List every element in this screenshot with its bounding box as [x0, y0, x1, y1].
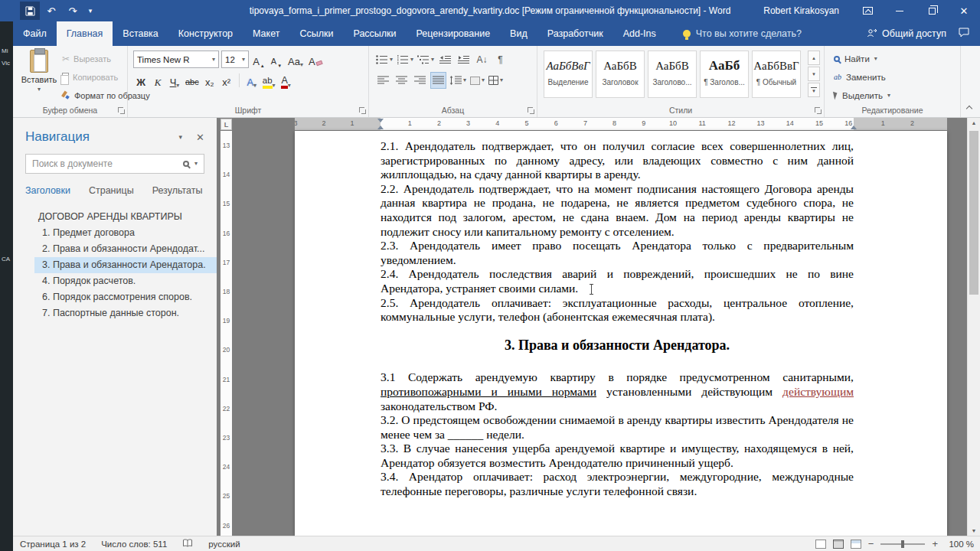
styles-more-icon[interactable]: ▼ — [808, 83, 820, 97]
nav-item[interactable]: 7. Паспортные данные сторон. — [34, 305, 217, 321]
subscript-button[interactable]: x₂ — [202, 72, 217, 89]
align-right-button[interactable] — [412, 72, 428, 89]
status-language[interactable]: русский — [208, 540, 240, 549]
zoom-out-icon[interactable]: − — [868, 538, 874, 549]
select-button[interactable]: Выделить ▾ — [825, 86, 890, 104]
document-paragraph[interactable]: 2.1. Арендодатель подтверждает, что он п… — [381, 139, 854, 182]
nav-search-input[interactable] — [32, 158, 178, 169]
scroll-up-icon[interactable]: ▲ — [968, 120, 980, 126]
nav-search-icon[interactable] — [183, 161, 189, 167]
right-indent-marker[interactable] — [851, 122, 857, 129]
customize-quick-access-icon[interactable]: ▾ — [84, 2, 96, 20]
close-icon[interactable]: ✕ — [948, 0, 980, 21]
tab-Add-Ins[interactable]: Add-Ins — [613, 21, 666, 46]
nav-search-box[interactable]: ▾ — [25, 154, 204, 174]
scroll-down-icon[interactable]: ▼ — [968, 528, 980, 533]
align-center-button[interactable] — [394, 72, 410, 89]
tell-me-box[interactable]: Что вы хотите сделать? — [683, 21, 802, 46]
nav-item[interactable]: 3. Права и обязанности Арендатора. — [34, 257, 217, 273]
left-indent-marker[interactable] — [377, 122, 384, 129]
nav-options-icon[interactable]: ▾ — [179, 133, 183, 141]
redo-icon[interactable]: ↷ — [63, 2, 83, 20]
tab-Рассылки[interactable]: Рассылки — [343, 21, 406, 46]
tab-Главная[interactable]: Главная — [57, 21, 113, 46]
document-paragraph[interactable]: 3.2. О предстоящем освобождении снимаемо… — [381, 413, 854, 442]
find-button[interactable]: Найти ▾ — [825, 50, 890, 67]
zoom-in-icon[interactable]: + — [932, 538, 938, 549]
document-paragraph[interactable]: 3.3. В случае нанесения ущерба арендуемо… — [381, 442, 854, 470]
numbering-button[interactable]: ▾ — [396, 51, 414, 68]
collapse-ribbon-icon[interactable] — [966, 105, 972, 111]
tab-Конструктор[interactable]: Конструктор — [168, 21, 243, 46]
proofing-icon[interactable] — [182, 539, 193, 549]
align-left-button[interactable] — [375, 72, 391, 89]
style-card[interactable]: АаБб¶ Заголов... — [700, 51, 749, 98]
nav-item[interactable]: 2. Права и обязанности Арендодат... — [34, 241, 217, 257]
change-case-button[interactable]: Аа▾ — [286, 51, 305, 68]
nav-item[interactable]: 1. Предмет договора — [34, 225, 217, 241]
tab-Макет[interactable]: Макет — [243, 21, 289, 46]
nav-item[interactable]: ДОГОВОР АРЕНДЫ КВАРТИРЫ — [34, 209, 217, 225]
document-paragraph[interactable]: 2.3. Арендодатель имеет право посещать А… — [381, 239, 854, 267]
nav-tab-Заголовки[interactable]: Заголовки — [25, 185, 70, 196]
tab-stop-selector[interactable]: L — [220, 119, 232, 130]
zoom-slider[interactable] — [880, 543, 925, 545]
bold-button[interactable]: Ж — [133, 72, 149, 89]
horizontal-ruler[interactable]: 3211234567891011121314151612 — [295, 118, 947, 130]
strikethrough-button[interactable]: abc — [184, 72, 201, 89]
tab-Вид[interactable]: Вид — [500, 21, 537, 46]
document-paragraph[interactable]: 2.5. Арендодатель оплачивает: эксплуатац… — [381, 296, 854, 324]
font-size-select[interactable]: 12▾ — [221, 51, 249, 68]
minimize-icon[interactable] — [884, 0, 916, 21]
italic-button[interactable]: К — [150, 72, 165, 89]
bullets-button[interactable]: ▾ — [375, 51, 394, 68]
tab-Вставка[interactable]: Вставка — [113, 21, 168, 46]
nav-item[interactable]: 6. Порядок рассмотрения споров. — [34, 289, 217, 305]
font-dialog-launcher-icon[interactable] — [358, 106, 367, 115]
shrink-font-button[interactable]: А▼ — [269, 51, 284, 68]
show-marks-button[interactable]: ¶ — [492, 51, 508, 68]
style-card[interactable]: АаБбВЗаголовок — [596, 51, 645, 98]
comments-icon[interactable] — [959, 27, 969, 41]
undo-icon[interactable]: ↶ — [41, 2, 61, 20]
style-card[interactable]: АаБбВвГВыделение — [544, 51, 593, 98]
tab-Файл[interactable]: Файл — [13, 21, 57, 46]
styles-dialog-launcher-icon[interactable] — [814, 106, 822, 115]
account-name[interactable]: Robert Kirakosyan — [763, 5, 839, 16]
justify-button[interactable] — [430, 72, 446, 89]
ribbon-display-options-icon[interactable] — [851, 0, 884, 21]
text-effects-button[interactable]: А▾ — [244, 72, 260, 89]
replace-button[interactable]: ab Заменить — [825, 68, 890, 86]
web-layout-icon[interactable] — [851, 540, 861, 549]
tab-Разработчик[interactable]: Разработчик — [537, 21, 613, 46]
print-layout-icon[interactable] — [833, 540, 844, 549]
font-color-button[interactable]: А▾ — [279, 72, 294, 89]
superscript-button[interactable]: x² — [219, 72, 234, 89]
multilevel-list-button[interactable]: ▾ — [416, 51, 435, 68]
vertical-ruler[interactable]: 1314151617181920212223242526 — [220, 131, 232, 536]
document-paragraph[interactable]: 2.2. Арендодатель подтверждает, что на м… — [381, 182, 854, 239]
status-page-count[interactable]: Страница 1 из 2 — [20, 540, 86, 549]
style-card[interactable]: АаБбВЗаголово... — [648, 51, 697, 98]
shading-button[interactable]: ▾ — [469, 72, 485, 89]
nav-search-dropdown-icon[interactable]: ▾ — [194, 161, 198, 167]
nav-item[interactable]: 4. Порядок расчетов. — [34, 273, 217, 289]
line-spacing-button[interactable]: ▾ — [449, 72, 467, 89]
document-paragraph[interactable]: 2.4. Арендодатель последствия аварий и п… — [381, 267, 854, 295]
document-paragraph[interactable]: 3.1 Содержать арендуемую квартиру в поря… — [381, 370, 854, 413]
styles-scroll-down-icon[interactable]: ▼ — [808, 67, 820, 81]
tab-Ссылки[interactable]: Ссылки — [289, 21, 343, 46]
nav-close-icon[interactable]: ✕ — [196, 132, 204, 143]
style-card[interactable]: АаБбВвГ¶ Обычный — [752, 51, 801, 98]
document-page[interactable]: 2.1. Арендодатель подтверждает, что он п… — [295, 131, 947, 536]
underline-button[interactable]: Ч▾ — [167, 72, 182, 89]
decrease-indent-button[interactable] — [437, 51, 453, 68]
tab-Рецензирование[interactable]: Рецензирование — [407, 21, 501, 46]
clear-formatting-button[interactable]: А — [307, 51, 324, 68]
scrollbar-thumb[interactable] — [969, 131, 978, 295]
save-icon[interactable] — [20, 2, 40, 20]
document-paragraph[interactable]: 3.4. Арендатор оплачивает: расход электр… — [381, 470, 854, 498]
clipboard-dialog-launcher-icon[interactable] — [117, 106, 126, 115]
share-button[interactable]: Общий доступ — [867, 28, 946, 40]
read-mode-icon[interactable] — [815, 540, 826, 549]
